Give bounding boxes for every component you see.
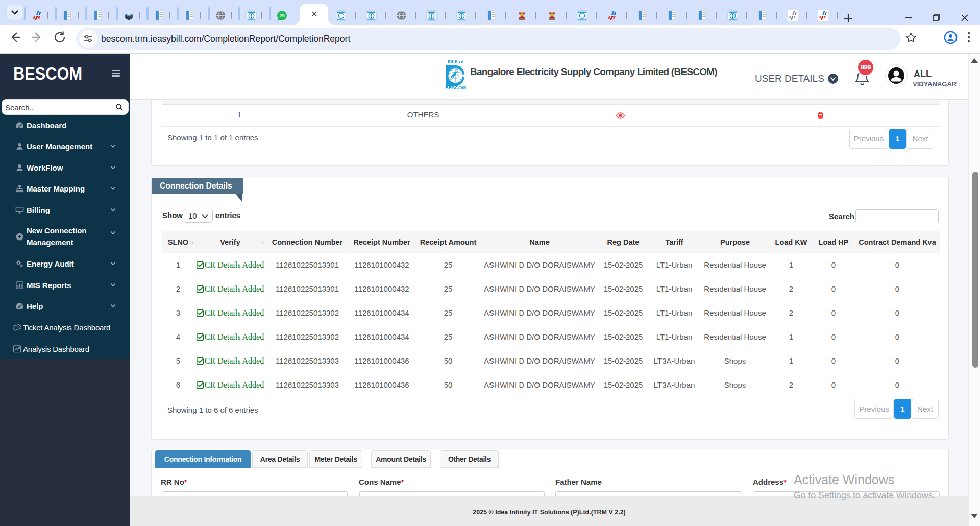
svg-text:BESCOM: BESCOM: [445, 85, 466, 90]
svg-text:29: 29: [279, 13, 285, 18]
